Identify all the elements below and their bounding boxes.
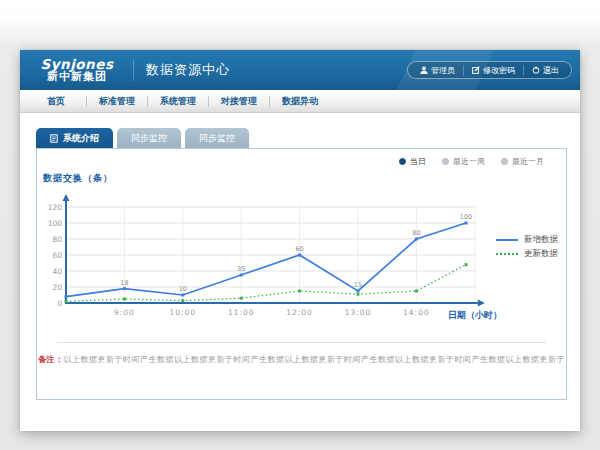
nav-item-home[interactable]: 首页 [26,95,86,108]
radio-last-week[interactable]: 最近一周 [442,156,485,167]
chart-panel: 当日 最近一周 最近一月 数据交换（条） 9:0010:0011:0012:00… [36,148,567,400]
svg-text:35: 35 [237,265,245,273]
desktop-background: Synjones 新中新集团 数据资源中心 管理员 修改密码 [0,0,600,450]
edit-icon [472,66,480,74]
user-menu-logout[interactable]: 退出 [523,65,567,76]
svg-text:120: 120 [48,203,63,212]
svg-text:12:00: 12:00 [286,308,313,317]
svg-text:60: 60 [295,245,303,253]
svg-text:9:00: 9:00 [114,308,135,317]
svg-text:14:00: 14:00 [403,308,430,317]
legend-label: 新增数据 [524,234,558,246]
radio-last-month-label: 最近一月 [512,156,544,167]
legend-line-solid [496,239,518,241]
y-axis-title: 数据交换（条） [43,172,113,185]
x-axis-title: 日期（小时） [448,309,502,322]
radio-dot-selected [399,158,406,165]
nav-item-integration-management[interactable]: 对接管理 [209,95,269,108]
logo-company-name: 新中新集团 [33,71,121,83]
logo-brand-text: Synjones [33,57,121,71]
svg-text:40: 40 [52,267,62,276]
svg-text:0: 0 [57,299,62,308]
legend-item-updated-data: 更新数据 [496,247,558,261]
user-icon [420,66,428,74]
nav-item-data-change[interactable]: 数据异动 [270,95,330,108]
svg-text:15: 15 [354,281,362,289]
tab-sync-monitor-2[interactable]: 同步监控 [185,128,249,148]
svg-text:10: 10 [179,285,187,293]
tab-label: 系统介绍 [63,132,99,145]
radio-today[interactable]: 当日 [399,156,426,167]
user-menu-admin-label: 管理员 [431,65,455,76]
user-menu: 管理员 修改密码 退出 [407,61,572,79]
app-window: Synjones 新中新集团 数据资源中心 管理员 修改密码 [20,50,580,431]
tab-label: 同步监控 [199,132,235,145]
legend-label: 更新数据 [524,248,558,260]
svg-text:10:00: 10:00 [169,308,196,317]
svg-text:60: 60 [52,251,62,260]
user-menu-logout-label: 退出 [543,65,559,76]
logout-icon [532,66,540,74]
footnote-label: 备注： [38,355,64,364]
line-chart: 9:0010:0011:0012:0013:0014:0002040608010… [37,189,568,329]
user-menu-admin[interactable]: 管理员 [412,65,463,76]
svg-text:11:00: 11:00 [228,308,255,317]
content-area: 系统介绍 同步监控 同步监控 当日 最近一周 [20,113,580,431]
radio-last-month[interactable]: 最近一月 [501,156,544,167]
user-menu-change-password[interactable]: 修改密码 [463,65,523,76]
svg-text:100: 100 [460,213,472,221]
document-icon [50,134,58,143]
svg-text:13:00: 13:00 [345,308,372,317]
nav-item-system-management[interactable]: 系统管理 [148,95,208,108]
tab-sync-monitor-1[interactable]: 同步监控 [117,128,181,148]
app-header: Synjones 新中新集团 数据资源中心 管理员 修改密码 [20,50,580,90]
svg-text:100: 100 [48,219,63,228]
legend-line-dotted [496,253,518,255]
time-range-filter: 当日 最近一周 最近一月 [399,156,544,167]
company-logo: Synjones 新中新集团 [33,57,121,83]
nav-item-standard-management[interactable]: 标准管理 [87,95,147,108]
page-title: 数据资源中心 [133,59,230,81]
svg-text:80: 80 [52,235,62,244]
tab-label: 同步监控 [131,132,167,145]
radio-last-week-label: 最近一周 [453,156,485,167]
chart-legend: 新增数据 更新数据 [496,233,558,261]
panel-divider [57,342,546,343]
footnote: 备注：以上数据更新于时间产生数据以上数据更新于时间产生数据以上数据更新于时间产生… [37,354,566,365]
radio-dot [442,158,449,165]
svg-text:20: 20 [52,283,62,292]
main-nav: 首页 标准管理 系统管理 对接管理 数据异动 [20,90,580,113]
svg-text:80: 80 [412,229,420,237]
radio-dot [501,158,508,165]
tab-system-introduction[interactable]: 系统介绍 [36,128,113,148]
user-menu-change-password-label: 修改密码 [483,65,515,76]
tab-bar: 系统介绍 同步监控 同步监控 [36,128,249,148]
radio-today-label: 当日 [410,156,426,167]
footnote-text: 以上数据更新于时间产生数据以上数据更新于时间产生数据以上数据更新于时间产生数据以… [64,355,566,364]
svg-text:18: 18 [120,279,128,287]
legend-item-new-data: 新增数据 [496,233,558,247]
